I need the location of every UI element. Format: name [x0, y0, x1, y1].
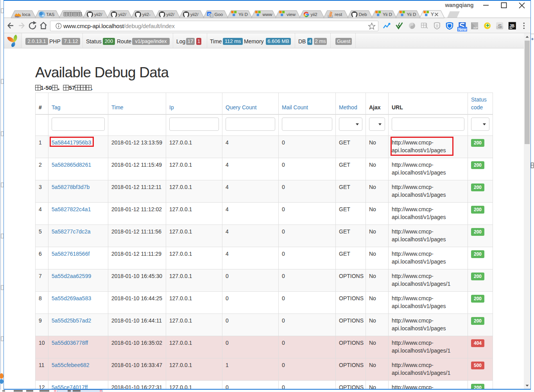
svg-text:1-50: 1-50	[41, 85, 52, 91]
svg-text:yii2/: yii2/	[190, 12, 199, 17]
svg-text:www: www	[262, 12, 273, 17]
svg-text:yii2: yii2	[311, 12, 317, 17]
svg-text:S: S	[498, 23, 502, 29]
svg-text:PMA: PMA	[15, 16, 20, 18]
svg-text:Yii D: Yii D	[383, 12, 392, 17]
svg-text:Goo: Goo	[215, 12, 223, 17]
svg-text:New: New	[458, 27, 467, 32]
svg-text:yii2/: yii2/	[94, 12, 102, 17]
svg-text:yii2-: yii2-	[142, 12, 151, 17]
svg-text:57: 57	[69, 85, 75, 91]
svg-text:Deb: Deb	[359, 12, 367, 17]
svg-text:Y: Y	[431, 12, 434, 17]
svg-text:Yii D: Yii D	[407, 12, 416, 17]
svg-text:TAS: TAS	[46, 12, 55, 17]
svg-text:Yii D: Yii D	[238, 12, 248, 17]
svg-text:view: view	[287, 12, 296, 17]
svg-text:loca: loca	[22, 12, 31, 17]
svg-text:yii2/: yii2/	[118, 12, 127, 17]
svg-text:RP: RP	[473, 26, 478, 30]
svg-text:JB: JB	[509, 24, 514, 28]
svg-text:yii2/: yii2/	[167, 12, 175, 17]
svg-text:rest: rest	[335, 12, 342, 17]
